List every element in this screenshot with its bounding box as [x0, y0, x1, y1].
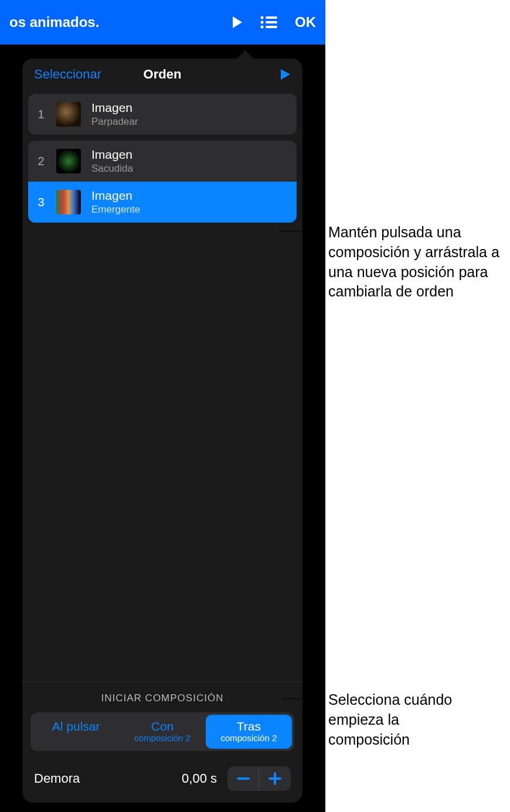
build-text: Imagen Sacudida: [91, 148, 133, 175]
play-icon[interactable]: [232, 15, 243, 29]
build-thumbnail: [56, 102, 81, 127]
build-group: 2 Imagen Sacudida 3 Imagen Emergente: [28, 141, 297, 223]
svg-rect-8: [268, 777, 281, 780]
svg-point-2: [261, 21, 264, 24]
svg-rect-1: [266, 16, 277, 19]
svg-rect-6: [237, 777, 250, 780]
callout-start-build: Selecciona cuándo empieza la composición: [328, 690, 481, 749]
build-row[interactable]: 1 Imagen Parpadear: [28, 94, 297, 135]
callout-leader-line: [278, 231, 325, 231]
build-text: Imagen Emergente: [91, 189, 140, 216]
build-row[interactable]: 2 Imagen Sacudida: [28, 141, 297, 182]
stepper-plus-button[interactable]: [259, 766, 291, 791]
svg-point-0: [261, 16, 264, 19]
segment-label: Tras: [208, 719, 290, 733]
build-thumbnail: [56, 149, 81, 173]
segment-on-tap[interactable]: Al pulsar: [33, 715, 119, 749]
build-effect-name: Sacudida: [91, 163, 133, 175]
build-row-selected[interactable]: 3 Imagen Emergente: [28, 182, 297, 223]
build-text: Imagen Parpadear: [91, 101, 138, 128]
phone-frame: os animados. OK Seleccionar Orden: [0, 0, 325, 812]
popover-title: Orden: [144, 67, 182, 82]
segment-sublabel: composición 2: [121, 733, 203, 743]
svg-rect-5: [266, 26, 277, 28]
build-number: 3: [36, 196, 46, 209]
popover-header: Seleccionar Orden: [22, 59, 302, 90]
build-order-icon[interactable]: [260, 15, 278, 29]
callout-leader-line: [282, 698, 325, 699]
delay-value: 0,00 s: [182, 771, 217, 786]
segment-sublabel: composición 2: [208, 733, 290, 743]
build-effect-name: Parpadear: [91, 116, 138, 128]
page-title: os animados.: [9, 14, 99, 30]
popover-footer: INICIAR COMPOSICIÓN Al pulsar Con compos…: [22, 681, 302, 803]
nav-actions: OK: [232, 14, 316, 30]
select-button[interactable]: Seleccionar: [34, 67, 101, 82]
build-object-name: Imagen: [91, 101, 138, 115]
svg-rect-3: [266, 21, 277, 23]
delay-label: Demora: [34, 771, 80, 786]
segment-after-build[interactable]: Tras composición 2: [206, 715, 292, 749]
segment-label: Con: [121, 719, 203, 733]
build-number: 1: [36, 108, 46, 121]
stepper-minus-button[interactable]: [227, 766, 259, 791]
start-build-heading: INICIAR COMPOSICIÓN: [30, 692, 294, 704]
nav-bar: os animados. OK: [0, 0, 325, 45]
start-build-segmented: Al pulsar Con composición 2 Tras composi…: [30, 712, 294, 751]
build-object-name: Imagen: [91, 148, 133, 162]
segment-label: Al pulsar: [35, 719, 117, 733]
build-number: 2: [36, 155, 46, 168]
build-thumbnail: [56, 190, 81, 214]
preview-play-icon[interactable]: [280, 69, 291, 80]
delay-stepper: [227, 766, 291, 791]
segment-with-build[interactable]: Con composición 2: [119, 715, 205, 749]
build-list: 1 Imagen Parpadear 2 Imagen Sacudida: [22, 90, 302, 681]
delay-row: Demora 0,00 s: [30, 764, 294, 792]
svg-point-4: [261, 26, 264, 29]
build-object-name: Imagen: [91, 189, 140, 203]
callout-drag-reorder: Mantén pulsada una composición y arrástr…: [328, 223, 504, 302]
build-order-popover: Seleccionar Orden 1 Imagen Parpadear 2: [22, 59, 302, 803]
done-button[interactable]: OK: [295, 14, 316, 30]
build-effect-name: Emergente: [91, 204, 140, 216]
